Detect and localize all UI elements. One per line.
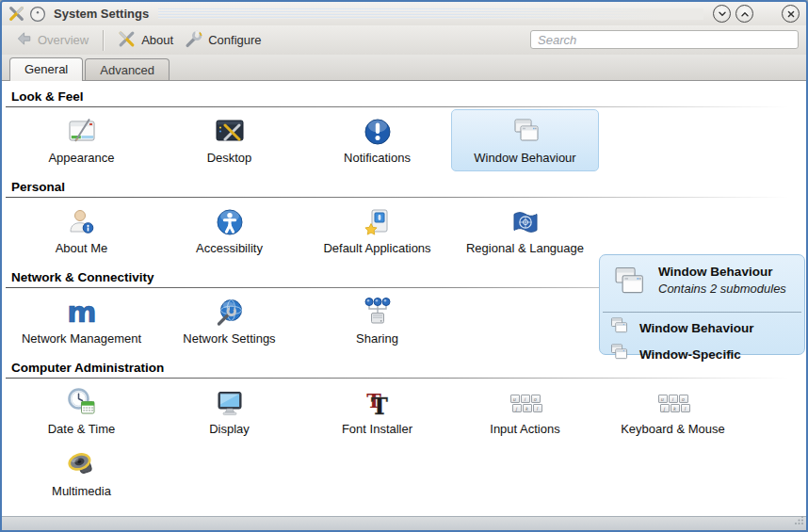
key-cap: i (669, 395, 678, 403)
submodule-label: Window Behaviour (639, 321, 753, 335)
module-date-time[interactable]: Date & Time (8, 380, 155, 443)
desktop-icon (156, 115, 302, 149)
module-keyboard-mouse[interactable]: uio jkl Keyboard & Mouse (599, 380, 747, 443)
configure-label: Configure (208, 33, 261, 47)
module-label: Keyboard & Mouse (600, 422, 746, 436)
module-font-installer[interactable]: TT Font Installer (303, 380, 451, 443)
module-label: Input Actions (452, 422, 598, 436)
appearance-icon (8, 115, 154, 149)
settings-content: Look & Feel Appearance Desktop Notificat… (2, 81, 806, 516)
speaker-icon (8, 448, 154, 482)
wrench-icon (185, 30, 202, 51)
tooltip-divider (603, 312, 801, 313)
module-network-settings[interactable]: Network Settings (155, 290, 303, 352)
tooltip-title: Window Behaviour (658, 265, 786, 279)
key-cap: o (531, 395, 541, 403)
key-cap: u (658, 395, 668, 403)
fonts-icon: TT (304, 386, 450, 420)
accessibility-icon (156, 205, 302, 239)
window-specific-icon-small (609, 343, 629, 366)
keyboard-keys-icon: uio jkl (600, 386, 746, 420)
about-button[interactable]: About (112, 27, 179, 54)
section-row-computer-administration: Date & Time Display TT Font Installer ui… (8, 379, 756, 505)
module-label: About Me (8, 241, 154, 255)
close-button[interactable] (782, 5, 800, 23)
key-cap: j (660, 404, 670, 412)
module-default-applications[interactable]: Default Applications (303, 200, 451, 262)
submodule-window-behaviour[interactable]: Window Behaviour (600, 314, 804, 341)
module-network-management[interactable]: m Network Management (8, 290, 155, 352)
module-notifications[interactable]: Notifications (303, 109, 451, 171)
key-cap: i (521, 395, 530, 403)
module-input-actions[interactable]: uio jkl Input Actions (451, 380, 599, 443)
section-title-personal: Personal (11, 180, 806, 194)
submodule-label: Window-Specific (639, 347, 741, 362)
globe-wrench-icon (156, 296, 302, 330)
section-title-look-and-feel: Look & Feel (11, 89, 806, 104)
key-cap: l (681, 404, 690, 412)
section-row-personal: About Me Accessibility Default Applicati… (8, 198, 756, 262)
tab-advanced[interactable]: Advanced (85, 58, 170, 80)
tooltip-subtitle: Contains 2 submodules (658, 282, 786, 296)
module-appearance[interactable]: Appearance (8, 109, 155, 171)
module-label: Default Applications (304, 241, 450, 255)
toolbar: Overview About Configure (2, 25, 806, 55)
key-cap: u (510, 395, 520, 403)
flag-icon (452, 205, 598, 239)
module-label: Regional & Language (452, 241, 598, 255)
default-applications-icon (304, 205, 450, 239)
module-label: Sharing (304, 331, 450, 346)
module-label: Network Settings (156, 331, 302, 346)
titlebar-decoration (158, 8, 703, 20)
key-cap: o (679, 395, 688, 403)
window-behaviour-icon-small (609, 316, 629, 340)
module-label: Notifications (304, 151, 450, 165)
module-regional-language[interactable]: Regional & Language (451, 200, 599, 262)
submodule-window-specific[interactable]: Window-Specific (600, 341, 804, 367)
module-display[interactable]: Display (155, 380, 303, 443)
key-cap: l (533, 404, 542, 412)
module-label: Appearance (8, 151, 154, 165)
key-cap: j (512, 404, 522, 412)
about-label: About (141, 33, 173, 47)
tab-general[interactable]: General (9, 57, 83, 81)
module-accessibility[interactable]: Accessibility (155, 200, 303, 262)
minimize-button[interactable] (713, 5, 731, 23)
network-management-icon: m (8, 296, 154, 330)
maximize-button[interactable] (735, 5, 753, 23)
overview-button[interactable]: Overview (9, 27, 94, 53)
tab-bar: General Advanced (2, 55, 806, 81)
module-window-behaviour[interactable]: Window Behaviour (451, 109, 599, 171)
module-label: Desktop (156, 151, 302, 165)
search-input[interactable] (530, 30, 799, 49)
svg-text:T: T (371, 393, 388, 419)
status-bar (2, 516, 806, 530)
window-menu-button[interactable] (29, 6, 46, 23)
system-settings-window: System Settings Overview Abo (0, 0, 808, 532)
back-arrow-icon (15, 30, 32, 50)
monitor-icon (156, 386, 302, 420)
window-behaviour-icon (452, 115, 598, 149)
key-cap: k (523, 404, 532, 412)
configure-button[interactable]: Configure (179, 27, 267, 54)
module-desktop[interactable]: Desktop (155, 109, 303, 171)
module-about-me[interactable]: About Me (8, 200, 155, 262)
module-label: Date & Time (8, 422, 154, 436)
toolbar-separator (103, 30, 104, 51)
key-cap: k (671, 404, 680, 412)
module-sharing[interactable]: Sharing (303, 290, 451, 352)
resize-grip[interactable] (795, 511, 804, 528)
module-tooltip: Window Behaviour Contains 2 submodules W… (599, 254, 805, 355)
module-label: Display (156, 422, 302, 436)
module-label: Multimedia (8, 484, 154, 498)
titlebar[interactable]: System Settings (2, 2, 806, 25)
section-row-look-and-feel: Appearance Desktop Notifications Window … (8, 107, 756, 171)
system-settings-app-icon (8, 6, 24, 22)
user-info-icon (8, 205, 154, 239)
crossed-tools-icon (118, 30, 136, 51)
svg-text:m: m (67, 297, 96, 329)
module-label: Window Behaviour (452, 151, 598, 165)
module-label: Font Installer (304, 422, 450, 436)
module-multimedia[interactable]: Multimedia (8, 443, 155, 505)
tooltip-header: Window Behaviour Contains 2 submodules (600, 261, 804, 309)
